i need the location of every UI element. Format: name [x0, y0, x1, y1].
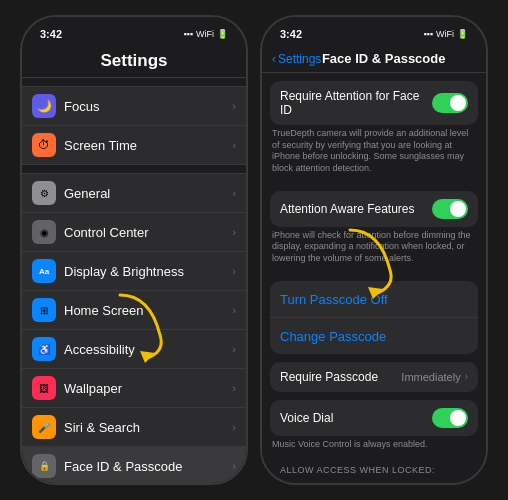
display-icon: Aa: [32, 259, 56, 283]
back-chevron-icon: ‹: [272, 52, 276, 66]
sidebar-item-general[interactable]: ⚙ General ›: [22, 173, 246, 213]
status-icons-left: ▪▪▪ WiFi 🔋: [183, 29, 228, 39]
status-icons-right: ▪▪▪ WiFi 🔋: [423, 29, 468, 39]
sidebar-item-wallpaper[interactable]: 🖼 Wallpaper ›: [22, 369, 246, 408]
screen-time-icon: ⏱: [32, 133, 56, 157]
require-passcode-value: Immediately: [401, 371, 460, 383]
siri-label: Siri & Search: [64, 420, 232, 435]
sidebar-item-siri[interactable]: 🎤 Siri & Search ›: [22, 408, 246, 447]
chevron-icon-2: ›: [232, 139, 236, 151]
wallpaper-label: Wallpaper: [64, 381, 232, 396]
chevron-icon-4: ›: [232, 226, 236, 238]
attention-aware-row: Attention Aware Features: [270, 191, 478, 227]
back-button[interactable]: ‹ Settings: [272, 52, 321, 66]
sidebar-item-display[interactable]: Aa Display & Brightness ›: [22, 252, 246, 291]
status-bar-right: 3:42 ▪▪▪ WiFi 🔋: [262, 17, 486, 47]
battery-icon-right: 🔋: [457, 29, 468, 39]
require-chevron-icon: ›: [465, 371, 468, 382]
require-attention-desc: TrueDepth camera will provide an additio…: [262, 125, 486, 183]
sidebar-item-control-center[interactable]: ◉ Control Center ›: [22, 213, 246, 252]
settings-title: Settings: [32, 51, 236, 71]
settings-list: 🌙 Focus › ⏱ Screen Time › ⚙ General ›: [22, 78, 246, 483]
require-passcode-card: Require Passcode Immediately ›: [270, 362, 478, 392]
home-screen-label: Home Screen: [64, 303, 232, 318]
wallpaper-icon: 🖼: [32, 376, 56, 400]
settings-section-2: ⚙ General › ◉ Control Center › Aa Displa…: [22, 173, 246, 483]
face-id-icon: 🔒: [32, 454, 56, 478]
chevron-icon-9: ›: [232, 421, 236, 433]
voice-dial-card: Voice Dial: [270, 400, 478, 436]
chevron-icon-8: ›: [232, 382, 236, 394]
attention-aware-desc: iPhone will check for attention before d…: [262, 227, 486, 273]
screen-time-label: Screen Time: [64, 138, 232, 153]
accessibility-label: Accessibility: [64, 342, 232, 357]
home-screen-icon: ⊞: [32, 298, 56, 322]
wifi-icon: WiFi: [196, 29, 214, 39]
change-passcode-label: Change Passcode: [280, 329, 386, 344]
allow-access-header: Allow Access When Locked:: [262, 459, 486, 478]
nav-bar-right: ‹ Settings Face ID & Passcode: [262, 47, 486, 73]
general-icon: ⚙: [32, 181, 56, 205]
accessibility-icon: ♿: [32, 337, 56, 361]
general-label: General: [64, 186, 232, 201]
wifi-icon-right: WiFi: [436, 29, 454, 39]
chevron-icon: ›: [232, 100, 236, 112]
attention-aware-toggle[interactable]: [432, 199, 468, 219]
face-id-passcode-title: Face ID & Passcode: [321, 51, 446, 66]
turn-passcode-off-label: Turn Passcode Off: [280, 292, 388, 307]
require-attention-card: Require Attention for Face ID: [270, 81, 478, 125]
chevron-icon-10: ›: [232, 460, 236, 472]
require-passcode-row[interactable]: Require Passcode Immediately ›: [270, 362, 478, 392]
signal-icon: ▪▪▪: [183, 29, 193, 39]
require-attention-toggle[interactable]: [432, 93, 468, 113]
voice-dial-row: Voice Dial: [270, 400, 478, 436]
focus-label: Focus: [64, 99, 232, 114]
sidebar-item-home-screen[interactable]: ⊞ Home Screen ›: [22, 291, 246, 330]
voice-dial-label: Voice Dial: [280, 411, 432, 425]
siri-icon: 🎤: [32, 415, 56, 439]
display-label: Display & Brightness: [64, 264, 232, 279]
chevron-icon-6: ›: [232, 304, 236, 316]
turn-passcode-off-row[interactable]: Turn Passcode Off: [270, 281, 478, 318]
settings-section-1: 🌙 Focus › ⏱ Screen Time ›: [22, 86, 246, 165]
status-bar-left: 3:42 ▪▪▪ WiFi 🔋: [22, 17, 246, 47]
left-phone: 3:42 ▪▪▪ WiFi 🔋 Settings 🌙 Focus › ⏱: [20, 15, 248, 485]
sidebar-item-face-id[interactable]: 🔒 Face ID & Passcode ›: [22, 447, 246, 483]
signal-icon-right: ▪▪▪: [423, 29, 433, 39]
sidebar-item-screen-time[interactable]: ⏱ Screen Time ›: [22, 126, 246, 165]
attention-aware-card: Attention Aware Features: [270, 191, 478, 227]
face-id-label: Face ID & Passcode: [64, 459, 232, 474]
change-passcode-row[interactable]: Change Passcode: [270, 318, 478, 354]
sidebar-item-accessibility[interactable]: ♿ Accessibility ›: [22, 330, 246, 369]
nav-bar-left: Settings: [22, 47, 246, 78]
face-id-content: Require Attention for Face ID TrueDepth …: [262, 73, 486, 483]
voice-dial-toggle[interactable]: [432, 408, 468, 428]
battery-icon: 🔋: [217, 29, 228, 39]
right-phone: 3:42 ▪▪▪ WiFi 🔋 ‹ Settings Face ID & Pas…: [260, 15, 488, 485]
attention-aware-label: Attention Aware Features: [280, 202, 432, 216]
require-passcode-label: Require Passcode: [280, 370, 401, 384]
chevron-icon-7: ›: [232, 343, 236, 355]
require-attention-label: Require Attention for Face ID: [280, 89, 432, 117]
require-attention-row: Require Attention for Face ID: [270, 81, 478, 125]
focus-icon: 🌙: [32, 94, 56, 118]
voice-dial-desc: Music Voice Control is always enabled.: [262, 436, 486, 459]
status-time-left: 3:42: [40, 28, 62, 40]
chevron-icon-3: ›: [232, 187, 236, 199]
chevron-icon-5: ›: [232, 265, 236, 277]
control-center-icon: ◉: [32, 220, 56, 244]
control-center-label: Control Center: [64, 225, 232, 240]
passcode-links: Turn Passcode Off Change Passcode: [270, 281, 478, 354]
status-time-right: 3:42: [280, 28, 302, 40]
back-label: Settings: [278, 52, 321, 66]
left-phone-container: 3:42 ▪▪▪ WiFi 🔋 Settings 🌙 Focus › ⏱: [20, 15, 248, 485]
sidebar-item-focus[interactable]: 🌙 Focus ›: [22, 86, 246, 126]
right-phone-container: 3:42 ▪▪▪ WiFi 🔋 ‹ Settings Face ID & Pas…: [260, 15, 488, 485]
